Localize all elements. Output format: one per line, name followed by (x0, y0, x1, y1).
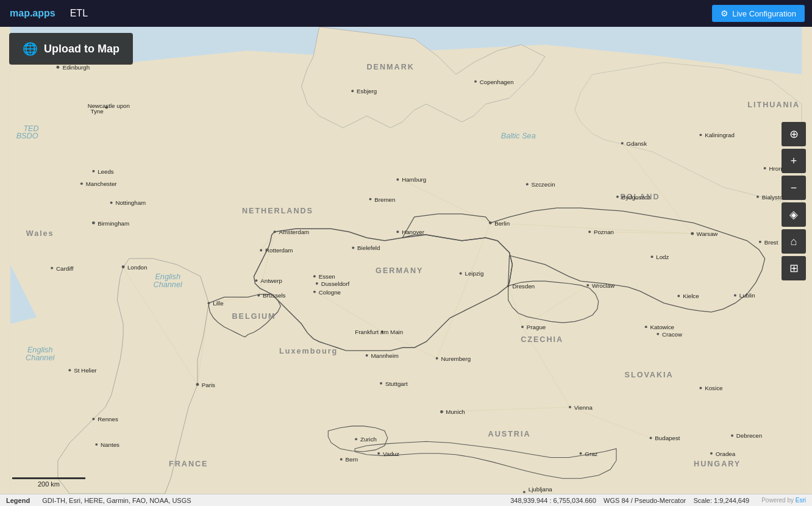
app-title: map.apps (0, 8, 65, 19)
svg-point-65 (396, 230, 399, 233)
svg-point-59 (352, 247, 354, 249)
svg-point-67 (489, 221, 492, 224)
english-channel-label4: Channel (26, 354, 55, 362)
svg-point-129 (580, 452, 582, 455)
belgium-label: BELGIUM (232, 312, 276, 321)
upload-label: Upload to Map (44, 43, 119, 55)
france-label: FRANCE (169, 460, 208, 468)
zoom-in-button[interactable]: + (782, 149, 806, 173)
svg-text:Kielce: Kielce (683, 293, 699, 299)
svg-text:Leeds: Leeds (98, 168, 114, 175)
svg-text:Amsterdam: Amsterdam (279, 229, 309, 235)
svg-point-49 (260, 249, 262, 251)
svg-point-81 (507, 285, 510, 287)
layers-button[interactable]: ⊞ (782, 256, 806, 280)
svg-text:Birmingham: Birmingham (98, 220, 129, 227)
english-channel-label2: Channel (154, 280, 183, 289)
svg-text:Cologne: Cologne (319, 289, 341, 296)
svg-text:Budapest: Budapest (655, 435, 680, 441)
svg-point-89 (621, 142, 624, 144)
svg-text:Paris: Paris (202, 382, 215, 388)
svg-point-87 (526, 183, 529, 185)
svg-text:Rennes: Rennes (98, 416, 118, 422)
live-config-button[interactable]: ⚙ Live Configuration (712, 5, 805, 22)
bdo-label: BSDO (16, 132, 38, 140)
svg-point-73 (380, 382, 382, 385)
svg-text:Hanover: Hanover (402, 229, 425, 235)
svg-point-39 (95, 443, 98, 446)
svg-point-55 (316, 282, 318, 285)
svg-text:Nantes: Nantes (101, 441, 119, 448)
compass-button[interactable]: ⊕ (782, 122, 806, 146)
svg-text:Zurich: Zurich (360, 436, 377, 443)
scale-label: 200 km (12, 480, 85, 488)
svg-text:Ljubljana: Ljubljana (529, 486, 553, 493)
svg-text:Bydgoszcz: Bydgoszcz (622, 194, 650, 201)
status-bar: Legend GDI-TH, Esri, HERE, Garmin, FAO, … (0, 494, 812, 506)
svg-text:Lodz: Lodz (656, 254, 669, 260)
svg-point-51 (274, 230, 276, 233)
baltic-sea-label: Baltic Sea (501, 132, 536, 140)
svg-text:Debrecen: Debrecen (736, 432, 762, 439)
svg-text:Brussels: Brussels (263, 292, 285, 299)
svg-point-83 (351, 90, 354, 92)
svg-point-25 (80, 182, 83, 185)
zoom-out-button[interactable]: − (782, 176, 806, 200)
svg-text:Edinburgh: Edinburgh (63, 64, 90, 71)
svg-point-95 (651, 255, 654, 258)
svg-point-137 (523, 491, 525, 493)
data-sources: GDI-TH, Esri, HERE, Garmin, FAO, NOAA, U… (42, 497, 191, 504)
svg-text:Bielefeld: Bielefeld (357, 244, 380, 251)
svg-point-57 (313, 291, 316, 293)
svg-point-29 (92, 221, 95, 224)
svg-point-79 (460, 272, 462, 274)
svg-point-47 (255, 279, 257, 282)
map-svg: Baltic Sea English Channel English Chann… (0, 27, 812, 494)
svg-point-35 (68, 369, 71, 371)
module-label: ETL (65, 8, 93, 19)
svg-text:Lublin: Lublin (739, 292, 755, 299)
svg-text:Cardiff: Cardiff (56, 265, 74, 272)
svg-text:Wroclaw: Wroclaw (592, 282, 615, 289)
svg-text:Tyne: Tyne (91, 108, 104, 115)
svg-point-127 (650, 437, 652, 439)
scale-info: Scale: 1:9,244,649 (693, 497, 749, 504)
legend-label: Legend (6, 497, 30, 504)
wales-label: Wales (26, 229, 54, 238)
svg-point-135 (710, 452, 713, 455)
projection: WGS 84 / Pseudo-Mercator (604, 497, 686, 504)
compass-icon: ⊕ (789, 127, 799, 141)
svg-text:Berlin: Berlin (494, 220, 510, 227)
svg-point-123 (340, 458, 343, 461)
live-config-label: Live Configuration (732, 9, 796, 18)
svg-point-63 (369, 198, 372, 201)
svg-point-91 (616, 196, 619, 198)
svg-point-61 (396, 179, 399, 181)
svg-text:Nottingham: Nottingham (115, 199, 146, 206)
svg-text:Poznan: Poznan (594, 229, 614, 235)
svg-point-77 (436, 357, 438, 360)
svg-point-37 (92, 418, 94, 420)
svg-text:London: London (127, 264, 147, 271)
svg-text:Katowice: Katowice (650, 324, 675, 330)
map-controls: ⊕ + − ◈ ⌂ ⊞ (782, 122, 806, 280)
svg-text:Vienna: Vienna (574, 404, 593, 411)
upload-to-map-button[interactable]: 🌐 Upload to Map (9, 33, 133, 65)
svg-point-75 (440, 410, 443, 413)
svg-text:Leipzig: Leipzig (465, 270, 483, 277)
locate-button[interactable]: ◈ (782, 202, 806, 227)
svg-text:Antwerp: Antwerp (260, 277, 282, 284)
hungary-label: HUNGARY (694, 460, 741, 468)
zoom-in-icon: + (791, 155, 797, 168)
svg-point-31 (51, 267, 53, 269)
denmark-label: DENMARK (366, 63, 414, 71)
home-button[interactable]: ⌂ (782, 229, 806, 254)
svg-text:Szczecin: Szczecin (532, 181, 555, 188)
svg-point-113 (757, 196, 759, 198)
svg-point-97 (588, 230, 591, 233)
svg-text:Bremen: Bremen (374, 196, 395, 203)
svg-text:Gdansk: Gdansk (627, 140, 647, 147)
coord-values: 348,939.944 : 6,755,034.660 (510, 497, 596, 504)
app-header: map.apps ETL ⚙ Live Configuration (0, 0, 812, 27)
map-container[interactable]: Baltic Sea English Channel English Chann… (0, 27, 812, 494)
